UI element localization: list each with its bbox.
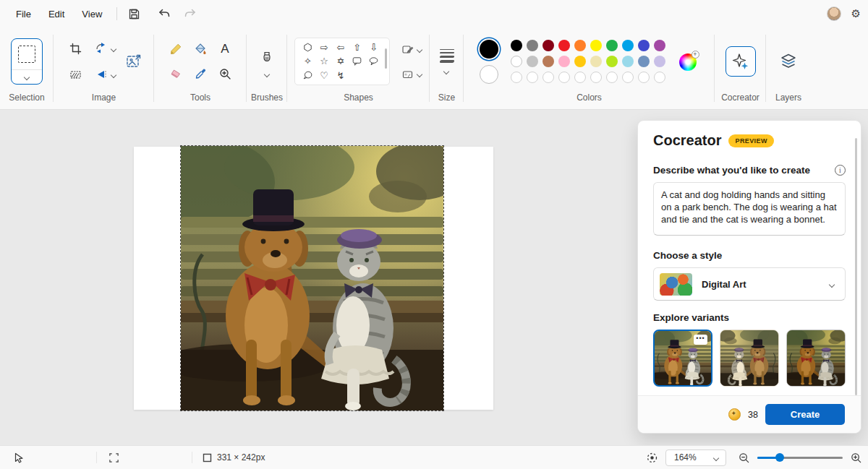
status-divider bbox=[96, 452, 97, 463]
palette-color[interactable] bbox=[511, 56, 522, 67]
palette-empty-slot[interactable] bbox=[527, 72, 538, 83]
variant-thumbnail-3[interactable] bbox=[786, 330, 846, 387]
rotate-dropdown-chevron[interactable] bbox=[111, 46, 116, 51]
undo-button[interactable] bbox=[153, 4, 175, 24]
shape-arrow-up[interactable]: ⇧ bbox=[353, 43, 361, 52]
selection-tool-button[interactable] bbox=[11, 38, 43, 85]
shape-four-point-star[interactable]: ✧ bbox=[304, 56, 312, 66]
prompt-input[interactable]: A cat and dog holding hands and sitting … bbox=[653, 182, 846, 236]
palette-empty-slot[interactable] bbox=[606, 72, 618, 83]
account-avatar[interactable] bbox=[827, 7, 841, 21]
shape-five-point-star[interactable]: ☆ bbox=[320, 56, 328, 66]
menu-file[interactable]: File bbox=[7, 4, 40, 24]
cocreator-panel: Cocreator PREVIEW Describe what you'd li… bbox=[637, 120, 861, 434]
shape-hexagon[interactable] bbox=[302, 42, 313, 53]
shapes-scrollbar[interactable] bbox=[385, 48, 387, 69]
flip-button[interactable] bbox=[93, 64, 110, 85]
brushes-dropdown-chevron[interactable] bbox=[265, 72, 270, 77]
shape-six-point-star[interactable]: ✡ bbox=[337, 56, 345, 66]
shape-speech-bubble-oval[interactable] bbox=[368, 56, 379, 66]
palette-color[interactable] bbox=[558, 56, 570, 67]
palette-color[interactable] bbox=[574, 56, 586, 67]
variant-thumbnail-1[interactable]: ••• bbox=[653, 330, 712, 387]
eraser-icon bbox=[169, 67, 182, 80]
fill-button[interactable] bbox=[190, 39, 211, 59]
save-icon bbox=[128, 8, 140, 20]
menu-view[interactable]: View bbox=[73, 4, 111, 24]
palette-empty-slot[interactable] bbox=[622, 72, 634, 83]
palette-color[interactable] bbox=[558, 40, 570, 51]
palette-empty-slot[interactable] bbox=[558, 72, 570, 83]
size-dropdown-chevron[interactable] bbox=[444, 69, 449, 74]
panel-scrollbar[interactable] bbox=[855, 138, 857, 395]
palette-color[interactable] bbox=[654, 56, 665, 67]
palette-color[interactable] bbox=[574, 40, 586, 51]
more-options-button[interactable]: ••• bbox=[694, 335, 707, 345]
shape-fill-button[interactable] bbox=[399, 65, 416, 82]
shape-arrow-down[interactable]: ⇩ bbox=[370, 43, 378, 52]
shape-outline-button[interactable] bbox=[399, 40, 416, 58]
shape-outline-chevron[interactable] bbox=[417, 47, 422, 52]
crop-button[interactable] bbox=[65, 38, 87, 59]
redo-button[interactable] bbox=[179, 4, 201, 24]
zoom-slider[interactable] bbox=[757, 452, 843, 462]
palette-color[interactable] bbox=[542, 56, 554, 67]
palette-color[interactable] bbox=[527, 40, 538, 51]
variant-thumbnail-2[interactable] bbox=[720, 330, 779, 387]
selection-dropdown[interactable] bbox=[12, 69, 42, 84]
menu-edit[interactable]: Edit bbox=[40, 4, 73, 24]
settings-gear-icon[interactable]: ⚙ bbox=[851, 7, 861, 20]
edit-colors-button[interactable]: + bbox=[678, 51, 699, 72]
fit-to-screen-icon[interactable] bbox=[646, 452, 658, 464]
layers-button[interactable] bbox=[775, 48, 802, 75]
palette-color[interactable] bbox=[542, 40, 554, 51]
shape-fill-chevron[interactable] bbox=[417, 72, 422, 77]
rotate-button[interactable] bbox=[93, 38, 110, 59]
edit-image-button[interactable] bbox=[121, 48, 147, 74]
palette-color[interactable] bbox=[511, 40, 522, 51]
style-dropdown[interactable]: Digital Art bbox=[653, 267, 846, 301]
flip-dropdown-chevron[interactable] bbox=[111, 72, 116, 77]
save-button[interactable] bbox=[123, 4, 145, 24]
palette-empty-slot[interactable] bbox=[638, 72, 650, 83]
create-button[interactable]: Create bbox=[765, 404, 845, 425]
shape-arrow-right[interactable]: ⇨ bbox=[320, 43, 328, 52]
palette-empty-slot[interactable] bbox=[590, 72, 602, 83]
palette-color[interactable] bbox=[527, 56, 538, 67]
size-icon[interactable] bbox=[440, 49, 454, 63]
magnifier-button[interactable] bbox=[214, 64, 236, 84]
pencil-button[interactable] bbox=[165, 39, 187, 59]
text-tool-button[interactable]: A bbox=[214, 39, 236, 59]
info-icon[interactable]: i bbox=[835, 165, 846, 176]
palette-empty-slot[interactable] bbox=[574, 72, 586, 83]
palette-empty-slot[interactable] bbox=[542, 72, 554, 83]
palette-empty-slot[interactable] bbox=[654, 72, 665, 83]
shape-lightning[interactable]: ↯ bbox=[337, 71, 345, 80]
palette-color[interactable] bbox=[606, 40, 618, 51]
shape-speech-bubble-round[interactable] bbox=[302, 70, 313, 81]
brushes-button[interactable] bbox=[256, 47, 278, 67]
eyedropper-button[interactable] bbox=[190, 64, 211, 84]
palette-color[interactable] bbox=[590, 40, 602, 51]
shape-speech-bubble-rect[interactable] bbox=[352, 56, 362, 66]
cocreator-button[interactable] bbox=[726, 46, 756, 77]
palette-color[interactable] bbox=[590, 56, 602, 67]
palette-color[interactable] bbox=[622, 40, 634, 51]
shape-heart[interactable]: ♡ bbox=[320, 71, 328, 80]
shape-arrow-left[interactable]: ⇦ bbox=[337, 43, 345, 52]
eraser-button[interactable] bbox=[165, 64, 187, 84]
zoom-slider-thumb[interactable] bbox=[775, 453, 784, 462]
zoom-out-icon[interactable] bbox=[738, 452, 750, 464]
resize-skew-button[interactable] bbox=[65, 64, 87, 85]
palette-empty-slot[interactable] bbox=[511, 72, 522, 83]
palette-color[interactable] bbox=[654, 40, 665, 51]
zoom-in-icon[interactable] bbox=[850, 452, 862, 464]
background-color-swatch[interactable] bbox=[480, 65, 498, 84]
selected-image[interactable] bbox=[181, 146, 443, 410]
palette-color[interactable] bbox=[606, 56, 618, 67]
zoom-level-select[interactable]: 164% bbox=[665, 449, 726, 466]
foreground-color-swatch[interactable] bbox=[480, 40, 498, 59]
palette-color[interactable] bbox=[638, 56, 650, 67]
palette-color[interactable] bbox=[638, 40, 650, 51]
palette-color[interactable] bbox=[622, 56, 634, 67]
